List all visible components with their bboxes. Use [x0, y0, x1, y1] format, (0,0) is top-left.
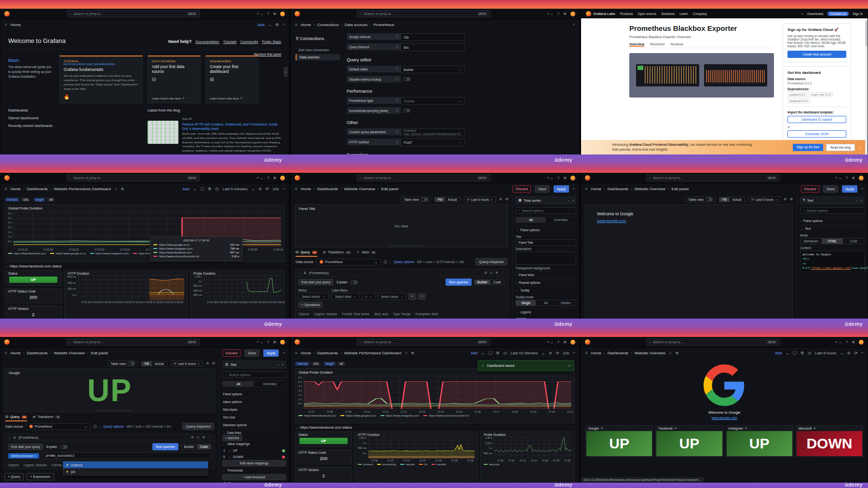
info-icon[interactable]: ⓘ: [395, 98, 398, 103]
menu-icon[interactable]: ≡: [5, 23, 7, 27]
menu-icon[interactable]: ≡: [5, 351, 7, 355]
http-method-select[interactable]: POST⌄: [401, 139, 465, 146]
tooltip-single-button[interactable]: Single: [516, 300, 536, 306]
help-link[interactable]: Public Slack: [262, 40, 281, 44]
content-code-editor[interactable]: welcome to Google <br> <a href="https://…: [800, 251, 865, 272]
info-icon[interactable]: ⓘ: [395, 140, 398, 144]
zoom-out-icon[interactable]: ⊖: [784, 197, 787, 201]
duplicate-icon[interactable]: ⧉: [485, 271, 487, 275]
trash-icon[interactable]: ⊗: [203, 435, 205, 439]
add-button[interactable]: Add: [258, 23, 264, 27]
tab-revisions[interactable]: Revisions: [650, 42, 665, 46]
external-link-icon[interactable]: ⧉: [601, 427, 603, 430]
http-status-code-panel[interactable]: HTTP Status Code200: [295, 449, 352, 464]
help-icon[interactable]: ?: [267, 12, 269, 16]
add-operations-button[interactable]: + Operations: [298, 302, 323, 308]
info-icon[interactable]: ⓘ: [395, 130, 398, 134]
http-duration-panel[interactable]: HTTP Duration 600 ms400 ms200 ms0 s: [64, 270, 188, 319]
search-input[interactable]: ⌕Search or jump to...ctrl+k: [67, 10, 200, 17]
grafana-logo-icon[interactable]: [295, 11, 300, 16]
dashboard-id-copied-button[interactable]: Dashboard ID copied!: [787, 116, 846, 123]
time-series-chart[interactable]: [304, 376, 571, 409]
zoom-out-icon[interactable]: ⊖: [847, 351, 851, 355]
save-button[interactable]: Save: [244, 349, 259, 357]
add-icon[interactable]: + ⌄: [547, 176, 554, 180]
edit-value-mappings-button[interactable]: Edit value mappings: [222, 460, 286, 466]
datasource-select[interactable]: Prometheus⌄: [316, 259, 381, 265]
gear-icon[interactable]: ⚙: [496, 351, 500, 355]
stat-panel-preview[interactable]: Google UP: [4, 368, 215, 412]
breadcrumb[interactable]: Home: [11, 23, 21, 27]
tooltip-hidden-button[interactable]: Hidden: [556, 300, 576, 306]
more-icon[interactable]: ⋮: [208, 435, 211, 439]
mode-code-button[interactable]: Code: [843, 238, 864, 244]
add-icon[interactable]: + ⌄: [835, 176, 842, 180]
add-threshold-button[interactable]: + Add threshold: [222, 474, 286, 480]
collapse-icon[interactable]: ^: [573, 23, 575, 27]
next-page-button[interactable]: ›: [284, 67, 288, 77]
status-panel[interactable]: StatusUP: [295, 432, 352, 447]
section-panel-options[interactable]: ›Panel options: [800, 217, 865, 224]
grafana-logo-icon[interactable]: [585, 175, 590, 181]
time-range-picker[interactable]: ◷Last 6 hours⌄: [171, 361, 203, 366]
info-icon[interactable]: ⓘ: [395, 77, 398, 82]
grafana-logo-icon[interactable]: [4, 339, 10, 345]
refresh-interval[interactable]: 10s: [563, 351, 569, 355]
refresh-icon[interactable]: ⟳: [556, 351, 559, 355]
search-icon[interactable]: ⌕: [801, 12, 803, 15]
refresh-interval[interactable]: 10s: [272, 187, 279, 191]
tab-query[interactable]: ⛁Query1: [296, 250, 317, 256]
menu-icon[interactable]: ≡: [295, 187, 298, 191]
search-input[interactable]: ⌕Search or jump to...ctrl+k: [357, 338, 490, 346]
tab-overview[interactable]: Overview: [629, 42, 644, 46]
fill-button[interactable]: Fill: [435, 197, 445, 202]
docs-link[interactable]: Learn how in the docs ↗: [210, 97, 242, 100]
help-icon[interactable]: ?: [846, 340, 848, 344]
run-queries-button[interactable]: Run queries: [152, 443, 178, 450]
variable[interactable]: targetAll: [33, 197, 55, 202]
options-search-input[interactable]: ⌕Search options: [515, 207, 576, 214]
refresh-icon[interactable]: ⟳: [266, 187, 269, 191]
resize-handle[interactable]: [97, 410, 131, 411]
time-range-picker[interactable]: Last 6 hours: [815, 351, 836, 355]
section-thresholds[interactable]: ⌄Thresholds: [222, 466, 286, 474]
menu-icon[interactable]: ≡: [585, 351, 588, 355]
options-section[interactable]: Stat styles: [222, 405, 286, 413]
trash-icon[interactable]: ⊗: [496, 271, 499, 275]
grafana-logo-icon[interactable]: [295, 175, 300, 181]
kick-start-button[interactable]: Kick start your query: [8, 444, 43, 450]
zoom-out-icon[interactable]: ⊖: [500, 197, 502, 201]
legend-item[interactable]: https://www.facebook.com: [298, 414, 336, 417]
actual-button[interactable]: Actual: [730, 197, 745, 202]
news-icon[interactable]: ≋: [563, 176, 567, 180]
builder-mode-button[interactable]: Builder: [475, 280, 490, 284]
grafana-logo-icon[interactable]: [585, 339, 590, 345]
help-icon[interactable]: ?: [846, 176, 848, 180]
add-icon[interactable]: + ⌄: [547, 340, 554, 344]
http-duration-chart[interactable]: [78, 275, 184, 300]
add-button[interactable]: Add: [471, 351, 477, 355]
screenshot-thumbnail[interactable]: [704, 64, 767, 86]
scrape-interval-input[interactable]: 15s: [401, 33, 465, 41]
refresh-icon[interactable]: ⟳: [212, 362, 215, 365]
read-blog-button[interactable]: Read the blog: [826, 144, 855, 151]
legend-item[interactable]: https://www.facebook.com: [8, 252, 46, 255]
avatar[interactable]: [859, 176, 864, 181]
info-icon[interactable]: ⓘ: [395, 45, 398, 49]
probe-duration-chart[interactable]: [204, 275, 281, 300]
search-input[interactable]: ⌕Search or jump to...ctrl+k: [357, 10, 490, 17]
table-view-switch[interactable]: [421, 197, 428, 201]
signup-free-button[interactable]: Sign up for free: [793, 144, 823, 151]
nav-link[interactable]: Downloads: [807, 12, 824, 15]
variable[interactable]: Interval10s: [5, 197, 30, 202]
http-duration-panel[interactable]: HTTP Duration 1.50 s1 s500 ms0 s: [354, 432, 478, 482]
save-button[interactable]: Save: [823, 185, 838, 193]
legend-item[interactable]: https://www.google.co.in: [340, 414, 376, 417]
time-range-picker[interactable]: ◷Last 6 hours⌄: [748, 196, 781, 202]
query-inspector-button[interactable]: Query inspector: [475, 258, 507, 265]
section-panel-links[interactable]: ›Panel links: [515, 271, 576, 279]
datasource-card[interactable]: DATA SOURCES Add your first data source …: [148, 56, 201, 103]
add-icon[interactable]: + ⌄: [257, 176, 263, 180]
variable[interactable]: targetAll: [324, 362, 345, 366]
collapse-icon[interactable]: ^: [283, 187, 285, 191]
